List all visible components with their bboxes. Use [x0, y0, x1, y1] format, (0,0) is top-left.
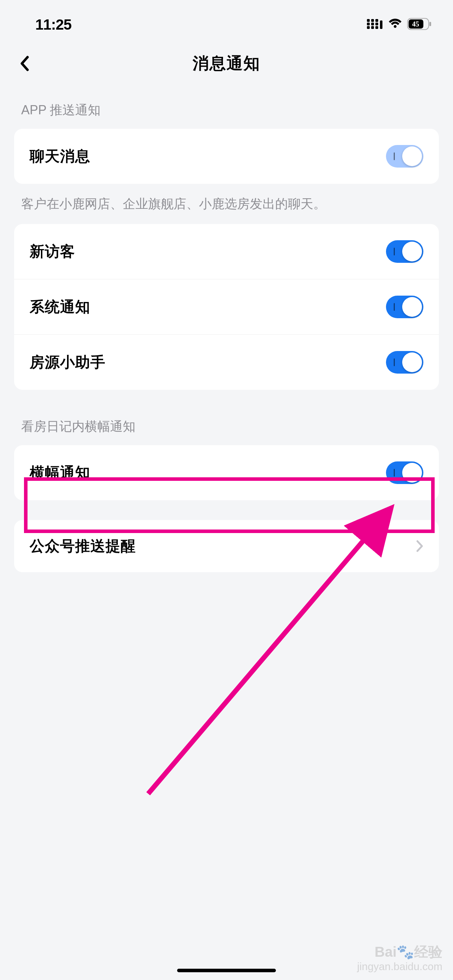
status-time: 11:25 [35, 16, 71, 33]
svg-rect-3 [371, 19, 374, 22]
row-new-visitor: 新访客 [14, 224, 439, 279]
battery-icon: 45 [407, 18, 432, 32]
back-button[interactable] [17, 56, 32, 70]
row-label: 新访客 [30, 242, 75, 261]
row-label: 房源小助手 [30, 352, 105, 372]
row-label: 聊天消息 [30, 146, 90, 166]
row-label: 横幅通知 [30, 463, 90, 483]
toggle-knob [402, 352, 422, 372]
svg-rect-12 [429, 22, 431, 26]
row-system-notification: 系统通知 [14, 279, 439, 334]
card-banner: 横幅通知 [14, 445, 439, 500]
toggle-tick-icon [394, 153, 395, 160]
toggle-housing-assistant[interactable] [386, 351, 423, 374]
svg-text:45: 45 [412, 20, 419, 28]
toggle-chat-messages[interactable] [386, 145, 423, 167]
nav-header: 消息通知 [0, 42, 453, 85]
home-indicator [177, 969, 276, 972]
page-title: 消息通知 [192, 52, 261, 75]
svg-rect-0 [367, 19, 370, 22]
wifi-icon [388, 19, 402, 31]
section-heading-banner: 看房日记内横幅通知 [0, 390, 453, 445]
row-wechat-push[interactable]: 公众号推送提醒 [14, 520, 439, 572]
svg-rect-5 [371, 26, 374, 29]
cellular-icon [367, 19, 383, 30]
toggle-new-visitor[interactable] [386, 240, 423, 263]
svg-rect-1 [367, 22, 370, 25]
toggle-tick-icon [394, 469, 395, 477]
chevron-right-icon [416, 540, 423, 552]
card-wechat-push: 公众号推送提醒 [14, 520, 439, 572]
watermark: Bai🐾经验 jingyan.baidu.com [357, 943, 442, 973]
section-footer-chat: 客户在小鹿网店、企业旗舰店、小鹿选房发出的聊天。 [0, 184, 453, 217]
toggle-tick-icon [394, 248, 395, 255]
chevron-left-icon [20, 56, 30, 71]
svg-rect-4 [371, 22, 374, 25]
toggle-tick-icon [394, 358, 395, 366]
toggle-knob [402, 242, 422, 261]
toggle-tick-icon [394, 303, 395, 311]
toggle-system-notification[interactable] [386, 296, 423, 318]
svg-rect-9 [380, 21, 382, 29]
svg-rect-2 [367, 26, 370, 29]
toggle-knob [402, 297, 422, 317]
svg-rect-8 [375, 26, 378, 29]
toggle-knob [402, 463, 422, 483]
row-banner-notification: 横幅通知 [14, 445, 439, 500]
svg-rect-6 [375, 19, 378, 22]
toggle-knob [402, 146, 422, 166]
toggle-banner-notification[interactable] [386, 461, 423, 484]
row-housing-assistant: 房源小助手 [14, 334, 439, 390]
card-visitors: 新访客 系统通知 房源小助手 [14, 224, 439, 390]
row-label: 系统通知 [30, 297, 90, 317]
row-chat-messages: 聊天消息 [14, 129, 439, 184]
row-label: 公众号推送提醒 [30, 536, 136, 556]
card-chat: 聊天消息 [14, 129, 439, 184]
status-icons: 45 [367, 18, 432, 32]
svg-rect-7 [375, 22, 378, 25]
section-heading-app-push: APP 推送通知 [0, 85, 453, 129]
status-bar: 11:25 [0, 0, 453, 42]
